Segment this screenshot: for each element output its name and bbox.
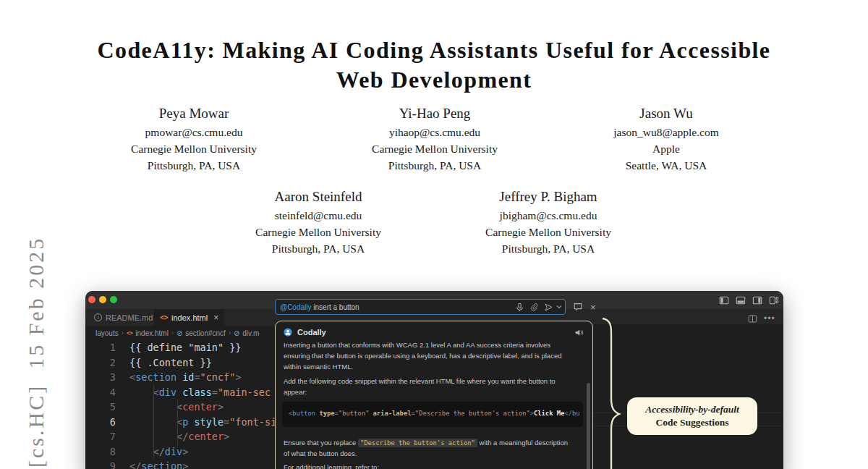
chat-text-line: within semantic HTML.: [284, 361, 561, 372]
minimize-traffic-light[interactable]: [99, 296, 106, 303]
breadcrumb-item: layouts: [95, 329, 119, 337]
author-location: Seattle, WA, USA: [558, 157, 775, 174]
chat-text-line: ensuring that the button is operable usi…: [284, 350, 561, 361]
author-block: Peya Mowarpmowar@cs.cmu.eduCarnegie Mell…: [85, 105, 302, 174]
code-line: {{ .Content }}: [129, 355, 276, 371]
annotation-brace: [592, 313, 635, 469]
author-location: Pittsburgh, PA, USA: [440, 240, 657, 257]
callout-line1: Accessibility-by-default: [627, 403, 757, 416]
chevron-down-icon[interactable]: [556, 304, 562, 310]
tab-label: README.md: [106, 313, 153, 322]
toggle-sidebar-icon[interactable]: [719, 295, 729, 305]
toggle-panel-icon[interactable]: [736, 295, 746, 305]
author-location: Pittsburgh, PA, USA: [210, 240, 427, 257]
code-line: {{ define "main" }}: [129, 340, 276, 355]
author-email: jbigham@cs.cmu.edu: [440, 207, 657, 224]
mic-icon[interactable]: [515, 303, 524, 312]
codally-avatar-icon: [284, 328, 292, 337]
line-number: 6: [85, 415, 116, 430]
tab-index-html[interactable]: <> index.html ×: [154, 309, 224, 326]
code-line: </center>: [129, 429, 276, 444]
line-number-gutter: 123456789: [85, 340, 116, 469]
html-file-icon: <>: [160, 313, 168, 321]
info-icon: i: [94, 313, 102, 321]
panel-header: Codally: [284, 328, 326, 337]
author-email: yihaop@cs.cmu.edu: [326, 124, 543, 140]
paper-title: CodeA11y: Making AI Coding Assistants Us…: [0, 35, 868, 95]
author-location: Pittsburgh, PA, USA: [326, 157, 543, 174]
author-block: Aaron Steinfeldsteinfeld@cmu.eduCarnegie…: [210, 188, 427, 257]
split-editor-icon[interactable]: [748, 314, 757, 324]
close-chat-icon[interactable]: ×: [590, 302, 596, 313]
author-affiliation: Carnegie Mellon University: [85, 140, 302, 157]
line-number: 2: [85, 355, 116, 371]
code-line: <section id="cncf">: [129, 370, 276, 385]
line-number: 1: [85, 340, 116, 355]
indent-guide: [177, 400, 178, 445]
breadcrumb-item: div.m: [242, 329, 259, 337]
speaker-icon[interactable]: [574, 328, 584, 337]
code-line: <p style="font-si: [129, 415, 276, 430]
chat-paragraph: Inserting a button that conforms with WC…: [284, 339, 561, 372]
chat-paragraph: Ensure that you replace "Describe the bu…: [284, 437, 568, 459]
paper-title-line1: CodeA11y: Making AI Coding Assistants Us…: [0, 35, 868, 65]
author-email: pmowar@cs.cmu.edu: [85, 124, 302, 140]
line-number: 7: [85, 429, 116, 444]
code-line: </div>: [129, 444, 276, 460]
close-traffic-light[interactable]: [88, 296, 95, 303]
author-affiliation: Apple: [558, 140, 775, 157]
line-number: 9: [85, 459, 116, 469]
code-snippet: <button type="button" aria-label="Descri…: [289, 410, 580, 417]
more-actions-icon[interactable]: •••: [764, 313, 775, 324]
author-name: Peya Mowar: [85, 105, 302, 122]
author-name: Aaron Steinfeld: [210, 188, 427, 206]
paper-title-line2: Web Development: [0, 65, 868, 95]
panel-scrollbar[interactable]: [587, 383, 590, 469]
chat-text-line: Inserting a button that conforms with WC…: [284, 339, 561, 350]
author-affiliation: Carnegie Mellon University: [440, 224, 657, 240]
send-icon[interactable]: [544, 303, 553, 312]
arxiv-stamp: [cs.HC] 15 Feb 2025: [24, 237, 48, 468]
vscode-window: i README.md <> index.html × layouts›<>in…: [85, 291, 783, 469]
breadcrumb[interactable]: layouts›<>index.html›⊘section#cncf›⊘div.…: [95, 327, 259, 339]
code-snippet-block: <button type="button" aria-label="Descri…: [282, 402, 583, 427]
line-number: 8: [85, 444, 116, 460]
close-tab-icon[interactable]: ×: [213, 313, 218, 323]
author-email: jason_wu8@apple.com: [558, 124, 775, 140]
customize-layout-icon[interactable]: [769, 295, 779, 305]
author-affiliation: Carnegie Mellon University: [326, 140, 543, 157]
line-number: 4: [85, 385, 116, 400]
chat-input[interactable]: @Codally insert a button: [275, 299, 566, 315]
author-name: Jeffrey P. Bigham: [440, 188, 657, 206]
code-editor[interactable]: {{ define "main" }}{{ .Content }}<sectio…: [129, 340, 276, 469]
maximize-traffic-light[interactable]: [110, 296, 117, 303]
tab-readme[interactable]: i README.md: [88, 309, 158, 326]
author-block: Jeffrey P. Bighamjbigham@cs.cmu.eduCarne…: [440, 188, 657, 257]
chat-paragraph: Add the following code snippet within th…: [284, 376, 556, 397]
code-line: <center>: [129, 400, 276, 415]
inline-code-chip: "Describe the button's action": [358, 439, 477, 447]
line-number: 5: [85, 400, 116, 415]
callout-line2: Code Suggestions: [627, 416, 757, 429]
annotation-callout: Accessibility-by-default Code Suggestion…: [627, 397, 757, 435]
codally-chat-panel: Codally Inserting a button that conforms…: [275, 321, 593, 469]
open-chat-icon[interactable]: [573, 302, 583, 312]
line-number: 3: [85, 370, 116, 385]
chat-text-line: appear:: [284, 386, 556, 397]
html-file-icon: <>: [127, 330, 133, 337]
tab-label: index.html: [171, 313, 208, 322]
chat-input-text: insert a button: [312, 303, 359, 311]
toggle-secondary-sidebar-icon[interactable]: [752, 295, 762, 305]
symbol-icon: ⊘: [234, 329, 239, 337]
breadcrumb-item: index.html: [135, 329, 169, 337]
chat-mention: @Codally: [280, 303, 312, 311]
author-affiliation: Carnegie Mellon University: [210, 224, 427, 240]
breadcrumb-item: section#cncf: [185, 329, 226, 337]
author-block: Jason Wujason_wu8@apple.comAppleSeattle,…: [558, 105, 775, 174]
author-block: Yi-Hao Pengyihaop@cs.cmu.eduCarnegie Mel…: [326, 105, 543, 174]
author-email: steinfeld@cmu.edu: [210, 207, 427, 224]
author-location: Pittsburgh, PA, USA: [85, 157, 302, 174]
author-name: Yi-Hao Peng: [326, 105, 543, 122]
attach-icon[interactable]: [529, 303, 539, 312]
symbol-icon: ⊘: [176, 329, 182, 337]
